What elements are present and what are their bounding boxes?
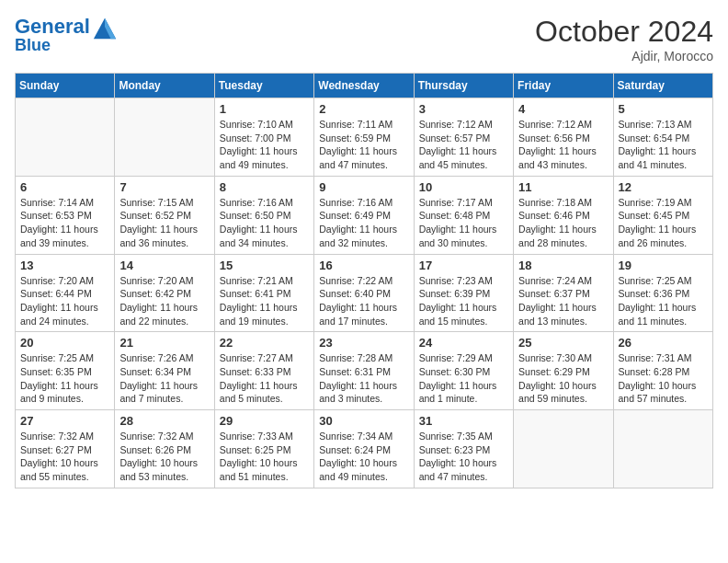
calendar-cell: 6Sunrise: 7:14 AM Sunset: 6:53 PM Daylig… (16, 176, 115, 254)
calendar-cell: 23Sunrise: 7:28 AM Sunset: 6:31 PM Dayli… (314, 332, 414, 410)
day-number: 8 (220, 180, 309, 194)
calendar-cell: 12Sunrise: 7:19 AM Sunset: 6:45 PM Dayli… (613, 176, 712, 254)
day-info: Sunrise: 7:14 AM Sunset: 6:53 PM Dayligh… (20, 196, 109, 250)
day-number: 15 (220, 259, 309, 272)
day-info: Sunrise: 7:15 AM Sunset: 6:52 PM Dayligh… (119, 196, 209, 250)
calendar-cell: 30Sunrise: 7:34 AM Sunset: 6:24 PM Dayli… (314, 410, 414, 488)
day-info: Sunrise: 7:10 AM Sunset: 7:00 PM Dayligh… (220, 118, 309, 172)
weekday-header-saturday: Saturday (613, 74, 712, 98)
day-number: 11 (518, 180, 608, 194)
day-number: 1 (220, 102, 309, 116)
weekday-header-tuesday: Tuesday (214, 74, 313, 98)
day-number: 23 (319, 336, 408, 350)
day-number: 28 (119, 414, 209, 428)
calendar-cell: 8Sunrise: 7:16 AM Sunset: 6:50 PM Daylig… (214, 176, 313, 254)
day-number: 5 (619, 102, 708, 116)
weekday-header-monday: Monday (115, 74, 214, 98)
weekday-header-thursday: Thursday (414, 74, 513, 98)
calendar-cell: 28Sunrise: 7:32 AM Sunset: 6:26 PM Dayli… (115, 410, 214, 488)
calendar-week-2: 6Sunrise: 7:14 AM Sunset: 6:53 PM Daylig… (16, 176, 713, 254)
day-info: Sunrise: 7:32 AM Sunset: 6:26 PM Dayligh… (119, 430, 209, 484)
day-info: Sunrise: 7:25 AM Sunset: 6:36 PM Dayligh… (619, 274, 708, 328)
day-number: 2 (319, 102, 408, 116)
calendar-cell: 5Sunrise: 7:13 AM Sunset: 6:54 PM Daylig… (613, 98, 712, 177)
calendar-cell: 19Sunrise: 7:25 AM Sunset: 6:36 PM Dayli… (613, 254, 712, 332)
day-info: Sunrise: 7:35 AM Sunset: 6:23 PM Dayligh… (419, 430, 508, 484)
day-number: 3 (419, 102, 508, 116)
calendar-cell: 7Sunrise: 7:15 AM Sunset: 6:52 PM Daylig… (115, 176, 214, 254)
day-number: 4 (518, 102, 608, 116)
day-info: Sunrise: 7:23 AM Sunset: 6:39 PM Dayligh… (419, 274, 508, 328)
day-number: 21 (119, 336, 209, 350)
calendar-cell (514, 410, 613, 488)
calendar-cell: 1Sunrise: 7:10 AM Sunset: 7:00 PM Daylig… (214, 98, 313, 177)
calendar-cell: 10Sunrise: 7:17 AM Sunset: 6:48 PM Dayli… (414, 176, 513, 254)
day-number: 26 (619, 336, 708, 350)
day-number: 14 (119, 259, 209, 272)
day-info: Sunrise: 7:12 AM Sunset: 6:56 PM Dayligh… (518, 118, 608, 172)
calendar-cell (16, 98, 115, 177)
day-number: 18 (518, 259, 608, 272)
calendar-cell (115, 98, 214, 177)
day-number: 16 (319, 259, 408, 272)
day-info: Sunrise: 7:33 AM Sunset: 6:25 PM Dayligh… (220, 430, 309, 484)
calendar-cell: 15Sunrise: 7:21 AM Sunset: 6:41 PM Dayli… (214, 254, 313, 332)
day-number: 20 (20, 336, 109, 350)
day-info: Sunrise: 7:12 AM Sunset: 6:57 PM Dayligh… (419, 118, 508, 172)
calendar-cell: 25Sunrise: 7:30 AM Sunset: 6:29 PM Dayli… (514, 332, 613, 410)
day-info: Sunrise: 7:16 AM Sunset: 6:49 PM Dayligh… (319, 196, 408, 250)
day-info: Sunrise: 7:29 AM Sunset: 6:30 PM Dayligh… (419, 351, 508, 406)
day-number: 30 (319, 414, 408, 428)
day-info: Sunrise: 7:13 AM Sunset: 6:54 PM Dayligh… (619, 118, 708, 172)
day-number: 7 (119, 180, 209, 194)
day-info: Sunrise: 7:19 AM Sunset: 6:45 PM Dayligh… (619, 196, 708, 250)
calendar-table: SundayMondayTuesdayWednesdayThursdayFrid… (15, 73, 713, 488)
calendar-cell: 22Sunrise: 7:27 AM Sunset: 6:33 PM Dayli… (214, 332, 313, 410)
day-info: Sunrise: 7:16 AM Sunset: 6:50 PM Dayligh… (220, 196, 309, 250)
calendar-cell: 29Sunrise: 7:33 AM Sunset: 6:25 PM Dayli… (214, 410, 313, 488)
calendar-cell: 13Sunrise: 7:20 AM Sunset: 6:44 PM Dayli… (16, 254, 115, 332)
day-info: Sunrise: 7:22 AM Sunset: 6:40 PM Dayligh… (319, 274, 408, 328)
calendar-week-3: 13Sunrise: 7:20 AM Sunset: 6:44 PM Dayli… (16, 254, 713, 332)
calendar-cell: 27Sunrise: 7:32 AM Sunset: 6:27 PM Dayli… (16, 410, 115, 488)
calendar-cell: 20Sunrise: 7:25 AM Sunset: 6:35 PM Dayli… (16, 332, 115, 410)
day-info: Sunrise: 7:18 AM Sunset: 6:46 PM Dayligh… (518, 196, 608, 250)
day-number: 13 (20, 259, 109, 272)
title-block: October 2024 Ajdir, Morocco (535, 15, 713, 63)
day-number: 22 (220, 336, 309, 350)
calendar-cell: 2Sunrise: 7:11 AM Sunset: 6:59 PM Daylig… (314, 98, 414, 177)
calendar-week-4: 20Sunrise: 7:25 AM Sunset: 6:35 PM Dayli… (16, 332, 713, 410)
calendar-cell (613, 410, 712, 488)
day-info: Sunrise: 7:24 AM Sunset: 6:37 PM Dayligh… (518, 274, 608, 328)
logo: General Blue (15, 15, 118, 55)
month-title: October 2024 (535, 15, 713, 49)
calendar-cell: 9Sunrise: 7:16 AM Sunset: 6:49 PM Daylig… (314, 176, 414, 254)
page-header: General Blue October 2024 Ajdir, Morocco (15, 15, 713, 63)
calendar-cell: 24Sunrise: 7:29 AM Sunset: 6:30 PM Dayli… (414, 332, 513, 410)
day-number: 27 (20, 414, 109, 428)
calendar-cell: 3Sunrise: 7:12 AM Sunset: 6:57 PM Daylig… (414, 98, 513, 177)
day-number: 29 (220, 414, 309, 428)
day-number: 25 (518, 336, 608, 350)
calendar-cell: 14Sunrise: 7:20 AM Sunset: 6:42 PM Dayli… (115, 254, 214, 332)
calendar-cell: 11Sunrise: 7:18 AM Sunset: 6:46 PM Dayli… (514, 176, 613, 254)
weekday-header-sunday: Sunday (16, 74, 115, 98)
day-number: 12 (619, 180, 708, 194)
weekday-header-friday: Friday (514, 74, 613, 98)
calendar-cell: 17Sunrise: 7:23 AM Sunset: 6:39 PM Dayli… (414, 254, 513, 332)
day-info: Sunrise: 7:32 AM Sunset: 6:27 PM Dayligh… (20, 430, 109, 484)
calendar-cell: 18Sunrise: 7:24 AM Sunset: 6:37 PM Dayli… (514, 254, 613, 332)
day-info: Sunrise: 7:20 AM Sunset: 6:44 PM Dayligh… (20, 274, 109, 328)
day-number: 10 (419, 180, 508, 194)
day-info: Sunrise: 7:11 AM Sunset: 6:59 PM Dayligh… (319, 118, 408, 172)
day-number: 9 (319, 180, 408, 194)
calendar-cell: 16Sunrise: 7:22 AM Sunset: 6:40 PM Dayli… (314, 254, 414, 332)
day-info: Sunrise: 7:27 AM Sunset: 6:33 PM Dayligh… (220, 351, 309, 406)
calendar-cell: 31Sunrise: 7:35 AM Sunset: 6:23 PM Dayli… (414, 410, 513, 488)
day-number: 31 (419, 414, 508, 428)
day-info: Sunrise: 7:28 AM Sunset: 6:31 PM Dayligh… (319, 351, 408, 406)
day-info: Sunrise: 7:26 AM Sunset: 6:34 PM Dayligh… (119, 351, 209, 406)
weekday-header-wednesday: Wednesday (314, 74, 414, 98)
day-number: 17 (419, 259, 508, 272)
day-info: Sunrise: 7:21 AM Sunset: 6:41 PM Dayligh… (220, 274, 309, 328)
